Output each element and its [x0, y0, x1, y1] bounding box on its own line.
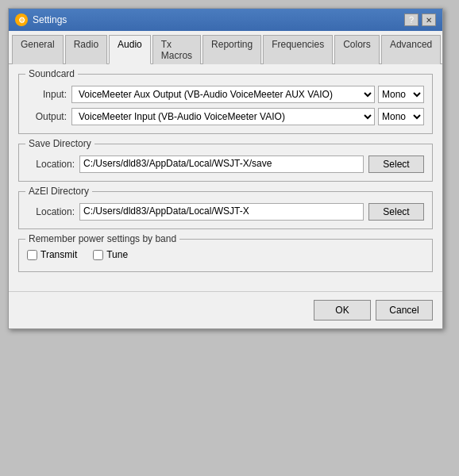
tab-colors[interactable]: Colors [334, 35, 380, 64]
power-checkboxes-row: Transmit Tune [27, 246, 424, 263]
input-label: Input: [27, 89, 67, 100]
input-combo-wrapper: VoiceMeeter Aux Output (VB-Audio VoiceMe… [71, 86, 424, 103]
output-combo-wrapper: VoiceMeeter Input (VB-Audio VoiceMeeter … [71, 108, 424, 125]
power-settings-group: Remember power settings by band Transmit… [18, 239, 433, 272]
save-directory-group: Save Directory Location: C:/Users/dld83/… [18, 144, 433, 182]
tab-general[interactable]: General [12, 35, 64, 64]
tab-reporting[interactable]: Reporting [202, 35, 261, 64]
cancel-button[interactable]: Cancel [376, 300, 433, 321]
tune-checkbox[interactable] [93, 250, 103, 260]
output-mono-select[interactable]: MonoStereoLeftRight [378, 108, 424, 125]
azel-location-row: Location: C:/Users/dld83/AppData/Local/W… [27, 203, 424, 221]
save-select-button[interactable]: Select [368, 155, 424, 173]
tune-label: Tune [106, 249, 128, 260]
settings-window: ⚙ Settings ? ✕ General Radio Audio Tx Ma… [8, 8, 443, 329]
azel-directory-group: AzEl Directory Location: C:/Users/dld83/… [18, 191, 433, 229]
help-button[interactable]: ? [404, 13, 418, 26]
bottom-bar: OK Cancel [9, 291, 442, 328]
soundcard-content: Input: VoiceMeeter Aux Output (VB-Audio … [27, 86, 424, 125]
input-select[interactable]: VoiceMeeter Aux Output (VB-Audio VoiceMe… [71, 86, 375, 103]
tab-bar: General Radio Audio Tx Macros Reporting … [9, 31, 442, 64]
input-mono-select[interactable]: MonoStereoLeftRight [378, 86, 424, 103]
title-bar-left: ⚙ Settings [15, 13, 67, 26]
tab-audio[interactable]: Audio [109, 35, 151, 64]
tab-advanced[interactable]: Advanced [381, 35, 441, 64]
tune-checkbox-item[interactable]: Tune [93, 249, 128, 260]
title-bar: ⚙ Settings ? ✕ [9, 9, 442, 31]
save-directory-title: Save Directory [25, 138, 94, 149]
input-row: Input: VoiceMeeter Aux Output (VB-Audio … [27, 86, 424, 103]
window-title: Settings [33, 14, 67, 25]
soundcard-group: Soundcard Input: VoiceMeeter Aux Output … [18, 74, 433, 134]
content-area: Soundcard Input: VoiceMeeter Aux Output … [9, 64, 442, 291]
settings-icon: ⚙ [15, 13, 28, 26]
transmit-checkbox-item[interactable]: Transmit [27, 249, 77, 260]
save-location-label: Location: [27, 159, 75, 170]
azel-directory-title: AzEl Directory [25, 186, 92, 197]
output-row: Output: VoiceMeeter Input (VB-Audio Voic… [27, 108, 424, 125]
tab-radio[interactable]: Radio [65, 35, 107, 64]
save-location-row: Location: C:/Users/dld83/AppData/Local/W… [27, 155, 424, 173]
azel-select-button[interactable]: Select [368, 203, 424, 221]
output-label: Output: [27, 111, 67, 122]
close-button[interactable]: ✕ [422, 13, 436, 26]
save-location-path: C:/Users/dld83/AppData/Local/WSJT-X/save [79, 155, 364, 173]
tab-frequencies[interactable]: Frequencies [263, 35, 333, 64]
azel-location-path: C:/Users/dld83/AppData/Local/WSJT-X [79, 203, 364, 221]
ok-button[interactable]: OK [314, 300, 371, 321]
transmit-label: Transmit [40, 249, 77, 260]
tab-tx-macros[interactable]: Tx Macros [152, 35, 201, 64]
power-settings-title: Remember power settings by band [25, 233, 179, 244]
azel-location-label: Location: [27, 206, 75, 217]
transmit-checkbox[interactable] [27, 250, 37, 260]
title-bar-controls: ? ✕ [404, 13, 436, 26]
soundcard-title: Soundcard [25, 68, 78, 79]
output-select[interactable]: VoiceMeeter Input (VB-Audio VoiceMeeter … [71, 108, 375, 125]
